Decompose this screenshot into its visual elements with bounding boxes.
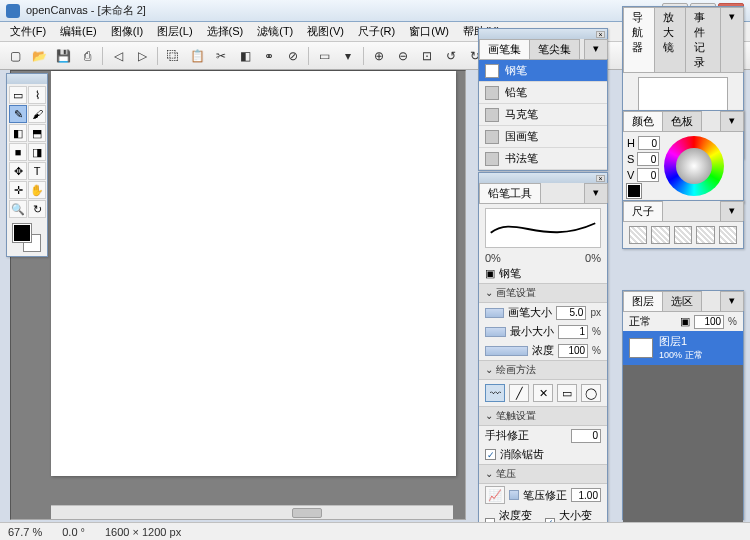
menu-edit[interactable]: 编辑(E) (54, 22, 103, 41)
method-line-icon[interactable]: 〰 (485, 384, 505, 402)
tab-brushset[interactable]: 画笔集 (479, 39, 530, 59)
paste-button[interactable]: 📋 (186, 45, 208, 67)
menu-filter[interactable]: 滤镜(T) (251, 22, 299, 41)
tab-swatches[interactable]: 色板 (662, 111, 702, 131)
toolbox-titlebar[interactable] (7, 74, 47, 84)
open-button[interactable]: 📂 (28, 45, 50, 67)
eraser-tool[interactable]: ◧ (9, 124, 27, 142)
method-cross-icon[interactable]: ✕ (533, 384, 553, 402)
tab-penciltool[interactable]: 铅笔工具 (479, 183, 541, 203)
tab-navigator[interactable]: 导航器 (623, 7, 655, 72)
brush-item-pencil[interactable]: 铅笔 (479, 82, 607, 104)
rotate-tool[interactable]: ↻ (28, 200, 46, 218)
panel-menu-icon[interactable]: ▾ (720, 291, 744, 311)
section-draw-method[interactable]: 绘画方法 (479, 360, 607, 380)
zoom-in-button[interactable]: ⊕ (368, 45, 390, 67)
undo-button[interactable]: ◁ (107, 45, 129, 67)
stabilize-input[interactable] (571, 429, 601, 443)
brush-tool[interactable]: 🖌 (28, 105, 46, 123)
brush-item-marker[interactable]: 马克笔 (479, 104, 607, 126)
ruler-preset-5[interactable] (719, 226, 737, 244)
zoom-fit-button[interactable]: ⊡ (416, 45, 438, 67)
horizontal-scrollbar[interactable] (51, 505, 453, 519)
rect-select-tool[interactable]: ▭ (9, 86, 27, 104)
layer-thumbnail[interactable] (629, 338, 653, 358)
size-input[interactable] (556, 306, 586, 320)
menu-view[interactable]: 视图(V) (301, 22, 350, 41)
color-current-swatch[interactable] (627, 184, 641, 198)
pressure-input[interactable] (571, 488, 601, 502)
cut-button[interactable]: ✂ (210, 45, 232, 67)
color-square[interactable] (685, 157, 703, 175)
layer-item[interactable]: 图层1 100% 正常 (623, 331, 743, 365)
density-slider[interactable] (485, 346, 528, 356)
eyedropper-tool[interactable]: ✛ (9, 181, 27, 199)
rect-button[interactable]: ▭ (313, 45, 335, 67)
canvas-viewport[interactable] (10, 70, 466, 520)
foreground-color-swatch[interactable] (13, 224, 31, 242)
hue-input[interactable] (638, 136, 660, 150)
ruler-preset-1[interactable] (629, 226, 647, 244)
eraser-button[interactable]: ◧ (234, 45, 256, 67)
antialias-checkbox[interactable]: ✓ (485, 449, 496, 460)
color-swatches[interactable] (13, 224, 41, 252)
method-ellipse-icon[interactable]: ◯ (581, 384, 601, 402)
section-brush-settings[interactable]: 画笔设置 (479, 283, 607, 303)
panel-menu-icon[interactable]: ▾ (584, 183, 608, 203)
panel-menu-icon[interactable]: ▾ (720, 111, 744, 131)
menu-select[interactable]: 选择(S) (201, 22, 250, 41)
tab-layers[interactable]: 图层 (623, 291, 663, 311)
copy-button[interactable]: ⿻ (162, 45, 184, 67)
layer-opacity-input[interactable] (694, 315, 724, 329)
zoom-tool[interactable]: 🔍 (9, 200, 27, 218)
brush-item-ink[interactable]: 国画笔 (479, 126, 607, 148)
tab-eventlog[interactable]: 事件记录 (685, 7, 721, 72)
brushset-titlebar[interactable]: × (479, 29, 607, 39)
panel-menu-icon[interactable]: ▾ (584, 39, 608, 59)
canvas-document[interactable] (51, 71, 456, 476)
method-rect-icon[interactable]: ▭ (557, 384, 577, 402)
menu-layer[interactable]: 图层(L) (151, 22, 198, 41)
section-pressure[interactable]: 笔压 (479, 464, 607, 484)
tab-ruler[interactable]: 尺子 (623, 201, 663, 221)
save-as-button[interactable]: ⎙ (76, 45, 98, 67)
hand-tool[interactable]: ✋ (28, 181, 46, 199)
layers-empty-area[interactable] (623, 365, 743, 525)
fill-tool[interactable]: ⬒ (28, 124, 46, 142)
panel-menu-icon[interactable]: ▾ (720, 201, 744, 221)
menu-ruler[interactable]: 尺子(R) (352, 22, 401, 41)
tab-magnifier[interactable]: 放大镜 (654, 7, 686, 72)
move-tool[interactable]: ✥ (9, 162, 27, 180)
redo-button[interactable]: ▷ (131, 45, 153, 67)
pressure-slider[interactable] (509, 490, 519, 500)
density-input[interactable] (558, 344, 588, 358)
clear-button[interactable]: ⊘ (282, 45, 304, 67)
color-wheel[interactable] (664, 136, 724, 196)
panel-menu-icon[interactable]: ▾ (720, 7, 744, 72)
brushtool-titlebar[interactable]: × (479, 173, 607, 183)
zoom-out-button[interactable]: ⊖ (392, 45, 414, 67)
brush-item-pen[interactable]: 钢笔 (479, 60, 607, 82)
section-touch[interactable]: 笔触设置 (479, 406, 607, 426)
menu-window[interactable]: 窗口(W) (403, 22, 455, 41)
new-button[interactable]: ▢ (4, 45, 26, 67)
ruler-preset-2[interactable] (651, 226, 669, 244)
pressure-curve-icon[interactable]: 📈 (485, 486, 505, 504)
gradient-tool[interactable]: ◨ (28, 143, 46, 161)
ruler-preset-3[interactable] (674, 226, 692, 244)
menu-file[interactable]: 文件(F) (4, 22, 52, 41)
minsize-slider[interactable] (485, 327, 506, 337)
minsize-input[interactable] (558, 325, 588, 339)
sat-input[interactable] (637, 152, 659, 166)
brush-item-calligraphy[interactable]: 书法笔 (479, 148, 607, 170)
menu-image[interactable]: 图像(I) (105, 22, 149, 41)
blend-mode-select[interactable]: 正常 (629, 314, 651, 329)
tab-tipset[interactable]: 笔尖集 (529, 39, 580, 59)
pen-tool[interactable]: ✎ (9, 105, 27, 123)
tab-color[interactable]: 颜色 (623, 111, 663, 131)
text-tool[interactable]: T (28, 162, 46, 180)
shape-tool[interactable]: ■ (9, 143, 27, 161)
rotate-ccw-button[interactable]: ↺ (440, 45, 462, 67)
close-icon[interactable]: × (596, 175, 605, 182)
val-input[interactable] (637, 168, 659, 182)
